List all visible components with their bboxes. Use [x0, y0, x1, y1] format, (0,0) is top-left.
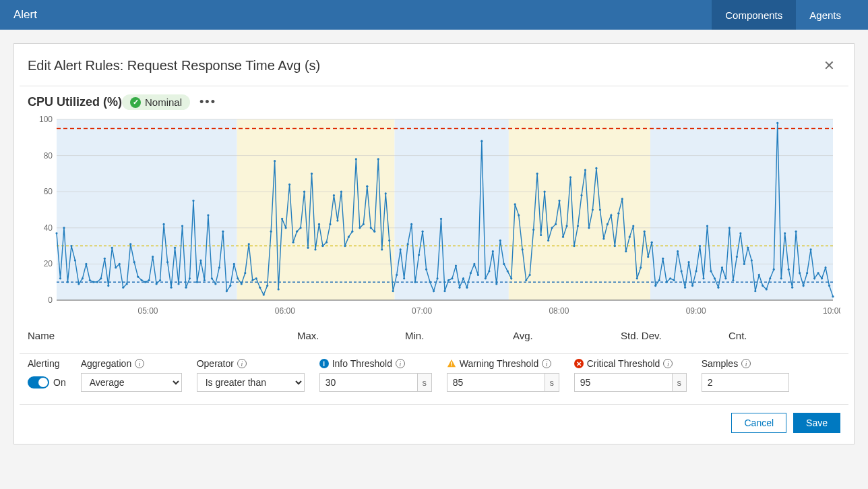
svg-point-75	[237, 277, 239, 279]
svg-point-63	[192, 200, 194, 202]
svg-point-67	[207, 214, 209, 216]
svg-point-52	[152, 256, 154, 258]
svg-point-133	[451, 277, 453, 279]
samples-input[interactable]	[702, 373, 789, 392]
svg-rect-1	[237, 119, 395, 300]
svg-point-164	[565, 225, 567, 227]
svg-point-110	[366, 185, 368, 188]
more-icon[interactable]: •••	[199, 95, 216, 109]
svg-point-173	[599, 208, 601, 210]
svg-text:05:00: 05:00	[138, 306, 158, 316]
panel-header: Edit Alert Rules: Request Response Time …	[14, 44, 854, 86]
svg-point-186	[647, 256, 649, 258]
svg-point-99	[326, 241, 328, 243]
stats-header: Name Max. Min. Avg. Std. Dev. Cnt.	[14, 324, 854, 353]
info-icon[interactable]: i	[741, 359, 751, 368]
svg-point-146	[499, 239, 501, 241]
svg-point-80	[255, 277, 257, 279]
svg-point-88	[285, 227, 287, 229]
svg-point-93	[303, 191, 305, 193]
svg-point-157	[540, 234, 542, 236]
svg-point-220	[773, 268, 775, 270]
svg-point-33	[82, 277, 84, 279]
svg-point-45	[126, 283, 128, 285]
svg-text:07:00: 07:00	[412, 306, 432, 316]
cancel-button[interactable]: Cancel	[731, 413, 786, 433]
svg-point-107	[355, 158, 357, 160]
svg-point-135	[458, 287, 460, 289]
aggregation-select[interactable]: Average	[81, 373, 182, 392]
alerting-toggle[interactable]	[28, 376, 49, 389]
svg-point-86	[278, 288, 280, 290]
svg-point-196	[684, 287, 686, 289]
svg-point-178	[617, 212, 619, 214]
svg-point-101	[333, 194, 335, 196]
info-icon[interactable]: i	[542, 359, 551, 368]
warning-threshold-input[interactable]	[447, 373, 545, 392]
svg-rect-2	[394, 119, 508, 300]
svg-point-152	[522, 248, 524, 250]
chart-section: CPU Utilized (%) ✓ Nominal ••• 020406080…	[14, 86, 854, 324]
tab-components[interactable]: Components	[712, 0, 796, 30]
svg-point-175	[607, 223, 609, 225]
critical-threshold-input[interactable]	[574, 373, 672, 392]
svg-point-141	[480, 140, 483, 142]
svg-point-225	[791, 287, 793, 289]
svg-point-40	[107, 285, 109, 287]
svg-point-187	[651, 241, 653, 243]
svg-point-124	[418, 254, 420, 256]
svg-point-56	[166, 261, 168, 263]
svg-point-128	[433, 290, 435, 292]
svg-point-150	[514, 203, 516, 205]
info-icon[interactable]: i	[237, 359, 247, 368]
svg-point-228	[803, 285, 805, 287]
aggregation-label: Aggregation i	[81, 358, 182, 369]
svg-point-90	[292, 241, 294, 243]
svg-point-60	[181, 225, 183, 227]
info-threshold-input[interactable]	[319, 373, 417, 392]
close-icon[interactable]: ✕	[818, 55, 840, 76]
svg-point-134	[455, 264, 457, 266]
svg-point-219	[769, 277, 771, 279]
info-icon[interactable]: i	[396, 359, 405, 368]
svg-point-70	[218, 266, 220, 268]
svg-point-42	[115, 266, 117, 268]
svg-point-212	[743, 263, 745, 265]
svg-point-119	[400, 248, 402, 250]
save-button[interactable]: Save	[793, 413, 840, 433]
svg-point-120	[403, 277, 405, 279]
check-icon: ✓	[130, 97, 141, 108]
svg-point-41	[111, 247, 113, 249]
operator-select[interactable]: Is greater than	[197, 373, 305, 392]
svg-point-224	[788, 268, 790, 270]
alerting-state: On	[53, 377, 66, 388]
svg-point-34	[85, 263, 87, 265]
svg-point-61	[185, 287, 187, 289]
warning-icon	[447, 359, 456, 368]
svg-point-31	[74, 259, 76, 261]
svg-point-213	[747, 247, 749, 249]
svg-point-58	[174, 247, 176, 249]
tab-agents[interactable]: Agents	[796, 0, 855, 30]
svg-point-191	[666, 281, 668, 283]
svg-point-204	[714, 277, 716, 279]
svg-point-85	[274, 160, 276, 162]
svg-point-109	[363, 223, 365, 225]
svg-point-78	[248, 243, 250, 245]
status-text: Nominal	[145, 96, 182, 108]
svg-point-183	[636, 277, 638, 279]
info-icon[interactable]: i	[663, 359, 673, 368]
svg-point-222	[780, 277, 782, 279]
svg-point-208	[728, 227, 731, 229]
svg-point-127	[429, 281, 431, 283]
svg-text:10:00: 10:00	[823, 306, 840, 316]
svg-point-130	[440, 218, 442, 220]
svg-point-233	[821, 277, 823, 279]
svg-point-84	[270, 231, 272, 233]
svg-point-142	[485, 277, 487, 279]
svg-point-227	[799, 272, 801, 274]
svg-point-217	[762, 285, 764, 287]
svg-point-26	[55, 232, 57, 234]
info-icon[interactable]: i	[135, 359, 144, 368]
svg-point-143	[488, 270, 490, 272]
